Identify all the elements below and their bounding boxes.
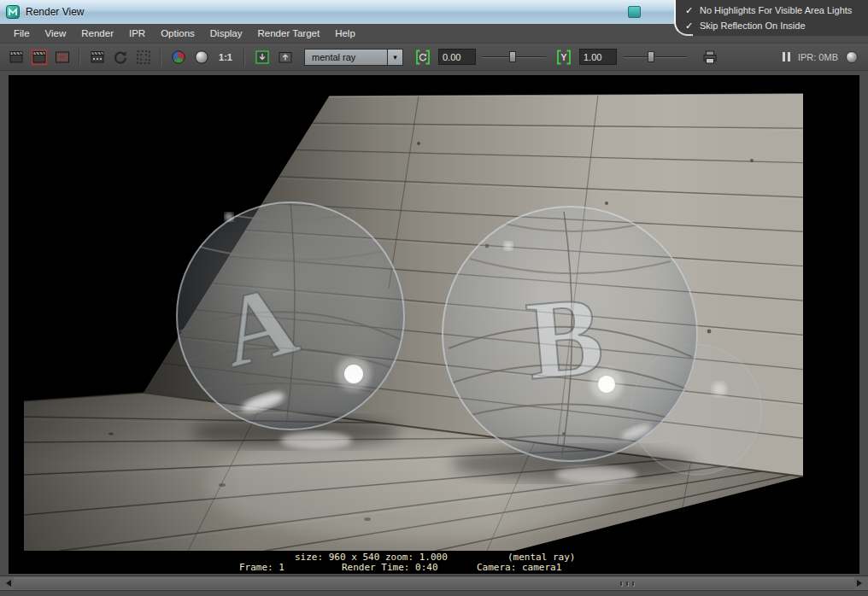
menu-option-no-highlights[interactable]: ✓ No Highlights For Visible Area Lights bbox=[674, 3, 868, 18]
toolbar-separator bbox=[160, 49, 161, 66]
print-button[interactable] bbox=[699, 46, 720, 67]
gamma-slider-handle[interactable] bbox=[648, 51, 654, 62]
exposure-icon-button[interactable] bbox=[412, 46, 433, 67]
render-current-frame-button[interactable] bbox=[5, 46, 26, 67]
gamma-icon-button[interactable]: Y bbox=[553, 46, 574, 67]
scrollbar-grip-dots bbox=[620, 581, 634, 586]
slider-groove bbox=[624, 56, 687, 58]
menu-display[interactable]: Display bbox=[202, 25, 250, 42]
ipr-update-region-icon bbox=[135, 49, 152, 66]
alpha-channel-icon bbox=[193, 49, 210, 66]
remove-image-button[interactable] bbox=[274, 46, 296, 67]
redo-previous-render-button[interactable] bbox=[28, 46, 50, 67]
left-arrow-icon bbox=[3, 580, 11, 587]
exposure-icon bbox=[414, 49, 431, 66]
alpha-channel-button[interactable] bbox=[191, 46, 212, 67]
menu-view[interactable]: View bbox=[38, 25, 74, 42]
check-icon: ✓ bbox=[685, 5, 694, 16]
menu-help[interactable]: Help bbox=[327, 25, 363, 42]
remove-image-icon bbox=[277, 49, 294, 66]
render-current-frame-icon bbox=[8, 49, 25, 66]
render-view-window: Render View File View Render IPR Options… bbox=[0, 0, 868, 596]
titlebar-teal-badge bbox=[628, 6, 641, 18]
gamma-slider[interactable] bbox=[624, 49, 687, 65]
gamma-input[interactable] bbox=[579, 49, 617, 65]
horizontal-scrollbar[interactable] bbox=[0, 576, 868, 591]
svg-text:Y: Y bbox=[560, 52, 567, 62]
toolbar: 1:1 mental ray ▾ bbox=[0, 44, 868, 71]
scroll-left-button[interactable] bbox=[0, 576, 14, 590]
refresh-ipr-button[interactable] bbox=[109, 46, 131, 67]
scroll-right-button[interactable] bbox=[854, 576, 868, 590]
menu-render-target[interactable]: Render Target bbox=[250, 25, 328, 42]
render-viewport: A B bbox=[0, 71, 868, 576]
toolbar-separator bbox=[79, 49, 80, 66]
keep-image-icon bbox=[254, 49, 271, 66]
right-arrow-icon bbox=[857, 580, 865, 587]
ipr-indicator-sphere-icon bbox=[846, 51, 858, 63]
renderer-select[interactable]: mental ray ▾ bbox=[304, 49, 403, 66]
maya-app-icon bbox=[6, 5, 20, 19]
ipr-render-button[interactable] bbox=[86, 46, 108, 67]
menu-options[interactable]: Options bbox=[153, 25, 202, 42]
menu-file[interactable]: File bbox=[6, 25, 38, 42]
menu-render[interactable]: Render bbox=[73, 25, 121, 42]
gamma-icon: Y bbox=[555, 49, 572, 66]
rgb-channels-icon bbox=[170, 49, 187, 66]
menu-option-label: No Highlights For Visible Area Lights bbox=[700, 5, 852, 15]
status-frame: Frame: 1 bbox=[239, 562, 284, 573]
real-size-button[interactable]: 1:1 bbox=[214, 46, 238, 67]
ipr-render-icon bbox=[89, 49, 106, 66]
rgb-channels-button[interactable] bbox=[167, 46, 189, 67]
render-canvas[interactable]: A B bbox=[9, 75, 859, 574]
ipr-memory-label: IPR: 0MB bbox=[798, 52, 838, 62]
options-popup-menu: ✓ No Highlights For Visible Area Lights … bbox=[674, 0, 868, 36]
menu-option-skip-reflection[interactable]: ✓ Skip Reflection On Inside bbox=[674, 18, 868, 33]
toolbar-right-group: IPR: 0MB bbox=[783, 51, 863, 63]
check-icon: ✓ bbox=[685, 20, 694, 32]
ipr-update-region-button[interactable] bbox=[132, 46, 154, 67]
chevron-down-icon: ▾ bbox=[387, 50, 402, 65]
exposure-input[interactable] bbox=[438, 49, 476, 65]
scrollbar-thumb[interactable] bbox=[14, 577, 854, 589]
snapshot-icon bbox=[54, 49, 71, 66]
window-title: Render View bbox=[26, 6, 84, 18]
menu-option-label: Skip Reflection On Inside bbox=[700, 20, 806, 31]
exposure-slider[interactable] bbox=[483, 49, 546, 65]
redo-previous-render-icon bbox=[31, 49, 48, 66]
print-icon bbox=[701, 49, 718, 66]
status-camera: Camera: camera1 bbox=[477, 562, 561, 573]
renderer-value: mental ray bbox=[305, 52, 387, 62]
snapshot-button[interactable] bbox=[51, 46, 73, 67]
exposure-slider-handle[interactable] bbox=[509, 51, 516, 62]
keep-image-button[interactable] bbox=[251, 46, 273, 67]
menu-ipr[interactable]: IPR bbox=[121, 25, 153, 42]
rendered-image: A B bbox=[9, 75, 859, 551]
status-render-time: Render Time: 0:40 bbox=[342, 562, 438, 573]
toolbar-separator bbox=[243, 49, 245, 66]
refresh-ipr-icon bbox=[112, 49, 129, 66]
pause-ipr-icon[interactable] bbox=[783, 52, 790, 61]
